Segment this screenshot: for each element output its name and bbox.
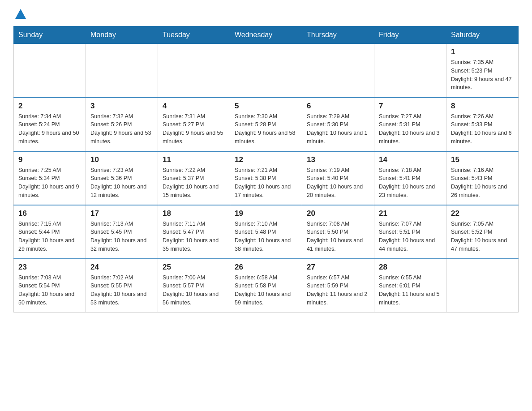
day-info: Sunrise: 7:08 AMSunset: 5:50 PMDaylight:…	[307, 220, 369, 253]
day-info: Sunrise: 7:10 AMSunset: 5:48 PMDaylight:…	[235, 220, 297, 253]
calendar-cell	[230, 44, 302, 98]
day-number: 11	[163, 155, 225, 164]
day-info: Sunrise: 7:30 AMSunset: 5:28 PMDaylight:…	[235, 112, 297, 146]
calendar-cell: 23Sunrise: 7:03 AMSunset: 5:54 PMDayligh…	[14, 259, 86, 313]
calendar-cell: 13Sunrise: 7:19 AMSunset: 5:40 PMDayligh…	[302, 151, 374, 205]
day-number: 7	[379, 102, 442, 111]
day-number: 25	[163, 263, 225, 272]
calendar-cell: 3Sunrise: 7:32 AMSunset: 5:26 PMDaylight…	[86, 98, 158, 151]
day-number: 21	[379, 209, 442, 218]
day-number: 14	[379, 155, 442, 164]
day-number: 23	[18, 263, 81, 272]
day-of-week-friday: Friday	[374, 26, 446, 44]
day-number: 20	[307, 209, 369, 218]
calendar-table: SundayMondayTuesdayWednesdayThursdayFrid…	[13, 26, 519, 313]
day-number: 9	[18, 155, 81, 164]
calendar-cell: 1Sunrise: 7:35 AMSunset: 5:23 PMDaylight…	[446, 44, 519, 98]
page-header	[13, 9, 519, 19]
day-info: Sunrise: 7:21 AMSunset: 5:38 PMDaylight:…	[235, 166, 297, 200]
calendar-cell: 10Sunrise: 7:23 AMSunset: 5:36 PMDayligh…	[86, 151, 158, 205]
day-of-week-saturday: Saturday	[446, 26, 519, 44]
day-number: 3	[90, 102, 153, 111]
day-info: Sunrise: 7:23 AMSunset: 5:36 PMDaylight:…	[90, 166, 153, 200]
day-info: Sunrise: 7:00 AMSunset: 5:57 PMDaylight:…	[163, 274, 225, 307]
calendar-cell: 17Sunrise: 7:13 AMSunset: 5:45 PMDayligh…	[86, 205, 158, 259]
day-number: 6	[307, 102, 369, 111]
calendar-cell: 27Sunrise: 6:57 AMSunset: 5:59 PMDayligh…	[302, 259, 374, 313]
day-info: Sunrise: 7:18 AMSunset: 5:41 PMDaylight:…	[379, 166, 442, 200]
calendar-cell	[302, 44, 374, 98]
day-number: 12	[235, 155, 297, 164]
day-info: Sunrise: 7:15 AMSunset: 5:44 PMDaylight:…	[18, 220, 81, 253]
day-number: 10	[90, 155, 153, 164]
calendar-cell: 8Sunrise: 7:26 AMSunset: 5:33 PMDaylight…	[446, 98, 519, 151]
day-info: Sunrise: 7:11 AMSunset: 5:47 PMDaylight:…	[163, 220, 225, 253]
header-row: SundayMondayTuesdayWednesdayThursdayFrid…	[14, 26, 519, 44]
day-number: 13	[307, 155, 369, 164]
calendar-cell	[86, 44, 158, 98]
day-info: Sunrise: 7:05 AMSunset: 5:52 PMDaylight:…	[451, 220, 514, 253]
calendar-cell: 26Sunrise: 6:58 AMSunset: 5:58 PMDayligh…	[230, 259, 302, 313]
day-number: 2	[18, 102, 81, 111]
logo-triangle-icon	[15, 9, 26, 19]
day-of-week-tuesday: Tuesday	[158, 26, 230, 44]
day-info: Sunrise: 7:13 AMSunset: 5:45 PMDaylight:…	[90, 220, 153, 253]
day-number: 22	[451, 209, 514, 218]
calendar-cell: 20Sunrise: 7:08 AMSunset: 5:50 PMDayligh…	[302, 205, 374, 259]
week-row-4: 23Sunrise: 7:03 AMSunset: 5:54 PMDayligh…	[14, 259, 519, 313]
calendar-cell: 6Sunrise: 7:29 AMSunset: 5:30 PMDaylight…	[302, 98, 374, 151]
calendar-cell: 11Sunrise: 7:22 AMSunset: 5:37 PMDayligh…	[158, 151, 230, 205]
calendar-cell: 4Sunrise: 7:31 AMSunset: 5:27 PMDaylight…	[158, 98, 230, 151]
calendar-cell: 9Sunrise: 7:25 AMSunset: 5:34 PMDaylight…	[14, 151, 86, 205]
calendar-cell: 16Sunrise: 7:15 AMSunset: 5:44 PMDayligh…	[14, 205, 86, 259]
day-info: Sunrise: 7:03 AMSunset: 5:54 PMDaylight:…	[18, 274, 81, 307]
calendar-cell: 28Sunrise: 6:55 AMSunset: 6:01 PMDayligh…	[374, 259, 446, 313]
day-of-week-wednesday: Wednesday	[230, 26, 302, 44]
day-info: Sunrise: 7:35 AMSunset: 5:23 PMDaylight:…	[451, 58, 514, 92]
day-number: 15	[451, 155, 514, 164]
calendar-cell	[446, 259, 519, 313]
calendar-cell	[374, 44, 446, 98]
day-info: Sunrise: 7:32 AMSunset: 5:26 PMDaylight:…	[90, 112, 153, 146]
day-number: 28	[379, 263, 442, 272]
week-row-1: 2Sunrise: 7:34 AMSunset: 5:24 PMDaylight…	[14, 98, 519, 151]
calendar-cell: 19Sunrise: 7:10 AMSunset: 5:48 PMDayligh…	[230, 205, 302, 259]
calendar-cell: 14Sunrise: 7:18 AMSunset: 5:41 PMDayligh…	[374, 151, 446, 205]
day-info: Sunrise: 7:02 AMSunset: 5:55 PMDaylight:…	[90, 274, 153, 307]
week-row-0: 1Sunrise: 7:35 AMSunset: 5:23 PMDaylight…	[14, 44, 519, 98]
day-info: Sunrise: 7:27 AMSunset: 5:31 PMDaylight:…	[379, 112, 442, 146]
day-number: 24	[90, 263, 153, 272]
day-of-week-monday: Monday	[86, 26, 158, 44]
day-info: Sunrise: 7:16 AMSunset: 5:43 PMDaylight:…	[451, 166, 514, 200]
day-number: 26	[235, 263, 297, 272]
day-info: Sunrise: 7:22 AMSunset: 5:37 PMDaylight:…	[163, 166, 225, 200]
calendar-cell	[158, 44, 230, 98]
logo	[13, 9, 26, 19]
calendar-cell: 25Sunrise: 7:00 AMSunset: 5:57 PMDayligh…	[158, 259, 230, 313]
calendar-cell: 5Sunrise: 7:30 AMSunset: 5:28 PMDaylight…	[230, 98, 302, 151]
day-number: 4	[163, 102, 225, 111]
calendar-cell: 2Sunrise: 7:34 AMSunset: 5:24 PMDaylight…	[14, 98, 86, 151]
calendar-cell: 12Sunrise: 7:21 AMSunset: 5:38 PMDayligh…	[230, 151, 302, 205]
day-number: 19	[235, 209, 297, 218]
day-info: Sunrise: 7:26 AMSunset: 5:33 PMDaylight:…	[451, 112, 514, 146]
calendar-cell: 18Sunrise: 7:11 AMSunset: 5:47 PMDayligh…	[158, 205, 230, 259]
day-number: 18	[163, 209, 225, 218]
calendar-cell: 15Sunrise: 7:16 AMSunset: 5:43 PMDayligh…	[446, 151, 519, 205]
day-info: Sunrise: 7:31 AMSunset: 5:27 PMDaylight:…	[163, 112, 225, 146]
day-info: Sunrise: 7:34 AMSunset: 5:24 PMDaylight:…	[18, 112, 81, 146]
calendar-cell	[14, 44, 86, 98]
day-info: Sunrise: 7:19 AMSunset: 5:40 PMDaylight:…	[307, 166, 369, 200]
day-number: 8	[451, 102, 514, 111]
calendar-cell: 7Sunrise: 7:27 AMSunset: 5:31 PMDaylight…	[374, 98, 446, 151]
calendar-cell: 21Sunrise: 7:07 AMSunset: 5:51 PMDayligh…	[374, 205, 446, 259]
day-number: 16	[18, 209, 81, 218]
calendar-cell: 24Sunrise: 7:02 AMSunset: 5:55 PMDayligh…	[86, 259, 158, 313]
day-info: Sunrise: 7:07 AMSunset: 5:51 PMDaylight:…	[379, 220, 442, 253]
day-info: Sunrise: 6:58 AMSunset: 5:58 PMDaylight:…	[235, 274, 297, 307]
calendar-cell: 22Sunrise: 7:05 AMSunset: 5:52 PMDayligh…	[446, 205, 519, 259]
day-number: 1	[451, 47, 514, 56]
day-of-week-thursday: Thursday	[302, 26, 374, 44]
day-number: 27	[307, 263, 369, 272]
day-of-week-sunday: Sunday	[14, 26, 86, 44]
